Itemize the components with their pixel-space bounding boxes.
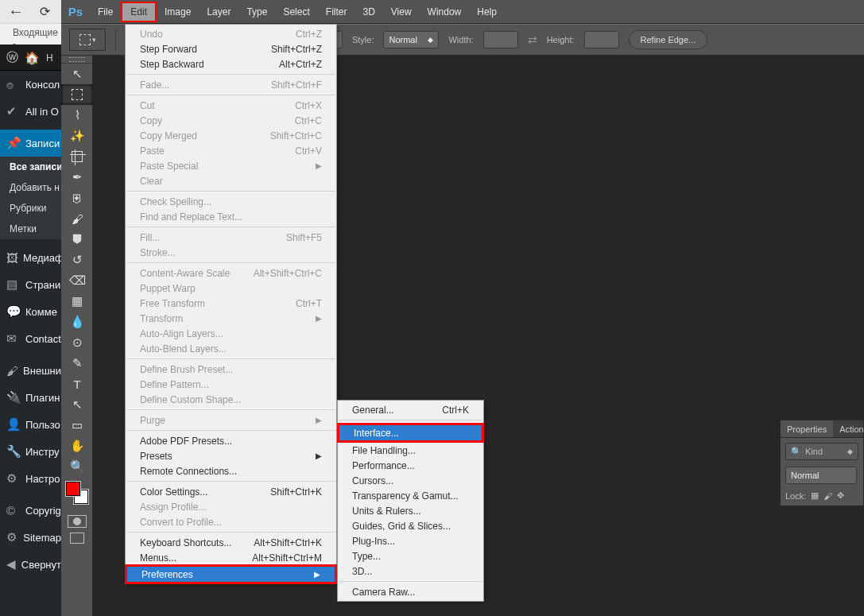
lasso-tool[interactable]: ⌇ <box>61 105 93 126</box>
menu-item-color-settings[interactable]: Color Settings...Shift+Ctrl+K <box>126 484 336 499</box>
back-arrow-icon[interactable]: ← <box>8 2 24 21</box>
chevron-down-icon: ◆ <box>428 36 433 44</box>
color-swatches[interactable] <box>61 480 93 510</box>
sidebar-sub-addnew[interactable]: Добавить н <box>0 177 61 198</box>
sidebar-sub-tags[interactable]: Метки <box>0 219 61 239</box>
reload-icon[interactable]: ⟳ <box>40 4 50 19</box>
hand-tool[interactable]: ✋ <box>61 436 93 456</box>
menu-file[interactable]: File <box>90 0 121 24</box>
eraser-tool[interactable]: ⌫ <box>61 270 93 291</box>
tab-actions[interactable]: Action <box>833 420 864 437</box>
sidebar-item-plugins[interactable]: 🔌Плагин <box>0 384 61 411</box>
menu-help[interactable]: Help <box>469 0 505 24</box>
pref-item-d[interactable]: 3D... <box>338 564 483 579</box>
menu-item-keyboard-shortcuts[interactable]: Keyboard Shortcuts...Alt+Shift+Ctrl+K <box>126 535 336 550</box>
style-select[interactable]: Normal◆ <box>383 31 439 48</box>
pref-item-performance[interactable]: Performance... <box>338 458 483 473</box>
pen-tool[interactable]: ✎ <box>61 353 93 374</box>
menu-type[interactable]: Type <box>238 0 275 24</box>
menu-item-free-transform: Free TransformCtrl+T <box>126 296 336 311</box>
menu-image[interactable]: Image <box>157 0 199 24</box>
wand-tool[interactable]: ✨ <box>61 126 93 146</box>
dodge-tool[interactable]: ⊙ <box>61 332 93 353</box>
crop-tool[interactable] <box>61 146 93 167</box>
quickmask-button[interactable] <box>68 515 87 528</box>
eyedropper-tool[interactable]: ✒ <box>61 167 93 188</box>
stamp-tool[interactable]: ⛊ <box>61 229 93 250</box>
current-tool-preset[interactable]: ▾ <box>69 29 106 51</box>
history-brush-tool[interactable]: ↺ <box>61 250 93 270</box>
sidebar-item-copyright[interactable]: ©Copyrig <box>0 497 61 524</box>
pref-item-general[interactable]: General...Ctrl+K <box>338 402 483 417</box>
sidebar-item-users[interactable]: 👤Пользо <box>0 411 61 438</box>
sidebar-item-tools[interactable]: 🔧Инстру <box>0 438 61 465</box>
sidebar-item-pages[interactable]: ▤Страни <box>0 271 61 298</box>
menu-item-menus[interactable]: Menus...Alt+Shift+Ctrl+M <box>126 550 336 565</box>
lock-paint-icon[interactable]: 🖌 <box>823 491 832 501</box>
brush-tool[interactable]: 🖌 <box>61 208 93 229</box>
shape-tool[interactable]: ▭ <box>61 415 93 436</box>
height-input[interactable] <box>584 31 619 48</box>
panel-grip[interactable] <box>61 56 92 64</box>
sidebar-sub-categories[interactable]: Рубрики <box>0 198 61 219</box>
menu-edit[interactable]: Edit <box>121 2 157 22</box>
sidebar-item-posts[interactable]: 📌Записи <box>0 130 61 157</box>
pref-item-interface[interactable]: Interface... <box>339 425 482 440</box>
wordpress-icon[interactable]: ⓦ <box>6 50 18 65</box>
menu-item-preferences[interactable]: Preferences▶ <box>127 567 335 582</box>
path-tool[interactable]: ↖ <box>61 394 93 415</box>
pref-item-transparency-gamut[interactable]: Transparency & Gamut... <box>338 488 483 503</box>
healing-tool[interactable]: ⛨ <box>61 188 93 208</box>
menu-filter[interactable]: Filter <box>318 0 355 24</box>
menu-item-presets[interactable]: Presets▶ <box>126 448 336 463</box>
sidebar-item-comments[interactable]: 💬Комме <box>0 298 61 325</box>
pref-item-plug-ins[interactable]: Plug-Ins... <box>338 533 483 548</box>
move-tool[interactable]: ↖ <box>61 64 93 84</box>
pref-item-camera-raw[interactable]: Camera Raw... <box>338 584 483 599</box>
sidebar-item-contact[interactable]: ✉Contact <box>0 325 61 352</box>
menu-item-remote-connections[interactable]: Remote Connections... <box>126 463 336 478</box>
site-name[interactable]: Н <box>46 52 53 64</box>
sidebar-sub-allposts[interactable]: Все записи <box>0 157 61 177</box>
pref-item-guides-grid-slices[interactable]: Guides, Grid & Slices... <box>338 518 483 533</box>
zoom-tool[interactable]: 🔍 <box>61 456 93 477</box>
blend-mode-select[interactable]: Normal <box>785 467 857 484</box>
type-tool[interactable]: T <box>61 374 93 394</box>
sidebar-item-settings[interactable]: ⚙Настро <box>0 465 61 492</box>
menu-layer[interactable]: Layer <box>199 0 238 24</box>
marquee-tool[interactable] <box>61 84 93 105</box>
menu-item-step-forward[interactable]: Step ForwardShift+Ctrl+Z <box>126 41 336 56</box>
lasso-icon: ⌇ <box>75 108 80 122</box>
menu-item-step-backward[interactable]: Step BackwardAlt+Ctrl+Z <box>126 56 336 72</box>
sidebar-item-appearance[interactable]: 🖌Внешни <box>0 357 61 384</box>
lock-transparency-icon[interactable]: ▦ <box>811 490 819 501</box>
wand-icon: ✨ <box>70 129 85 143</box>
screenmode-button[interactable] <box>70 533 84 544</box>
sidebar-item-collapse[interactable]: ◀Свернут <box>0 551 61 578</box>
gradient-tool[interactable]: ▦ <box>61 291 93 312</box>
layer-filter-select[interactable]: 🔍Kind◆ <box>785 443 858 460</box>
refine-edge-button[interactable]: Refine Edge... <box>629 30 708 49</box>
blur-tool[interactable]: 💧 <box>61 312 93 332</box>
stamp-icon: ⛊ <box>72 233 83 246</box>
home-icon[interactable]: 🏠 <box>25 51 40 65</box>
pref-item-cursors[interactable]: Cursors... <box>338 473 483 488</box>
width-input[interactable] <box>483 31 518 48</box>
sidebar-item-sitemap[interactable]: ⚙Sitemap <box>0 524 61 551</box>
sidebar-item-dashboard[interactable]: ⌾Консол <box>0 71 61 98</box>
foreground-color-swatch[interactable] <box>66 482 80 496</box>
menu-item-define-pattern: Define Pattern... <box>126 377 336 392</box>
menu-select[interactable]: Select <box>275 0 317 24</box>
pref-item-units-rulers[interactable]: Units & Rulers... <box>338 503 483 518</box>
menu-view[interactable]: View <box>383 0 420 24</box>
lock-position-icon[interactable]: ✥ <box>837 490 844 501</box>
menu-window[interactable]: Window <box>420 0 470 24</box>
menu-3d[interactable]: 3D <box>355 0 382 24</box>
pref-item-type[interactable]: Type... <box>338 548 483 564</box>
swap-icon[interactable]: ⇄ <box>528 33 537 46</box>
tab-properties[interactable]: Properties <box>781 420 833 437</box>
menu-item-adobe-pdf-presets[interactable]: Adobe PDF Presets... <box>126 433 336 448</box>
sidebar-item-allinone[interactable]: ✔All in O <box>0 98 61 125</box>
sidebar-item-media[interactable]: 🖾Медиаф <box>0 244 61 271</box>
pref-item-file-handling[interactable]: File Handling... <box>338 443 483 458</box>
